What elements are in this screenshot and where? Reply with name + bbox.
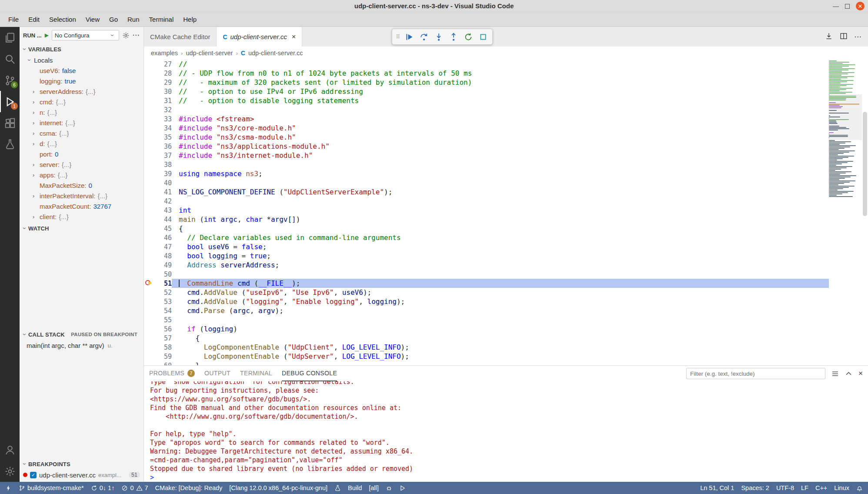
tab-problems[interactable]: PROBLEMS 7 bbox=[149, 366, 195, 381]
call-stack-section-header[interactable]: › CALL STACK PAUSED ON BREAKPOINT bbox=[20, 329, 144, 340]
variable-row[interactable]: ›cmd:{...} bbox=[20, 97, 144, 107]
glyph-margin[interactable] bbox=[144, 160, 155, 169]
code-line[interactable]: 38 bbox=[144, 160, 829, 169]
variable-row[interactable]: maxPacketCount:32767 bbox=[20, 201, 144, 211]
code-line[interactable]: 34#include "ns3/core-module.h" bbox=[144, 124, 829, 133]
glyph-margin[interactable] bbox=[144, 187, 155, 197]
code-line[interactable]: 33#include <fstream> bbox=[144, 114, 829, 124]
menu-item-terminal[interactable]: Terminal bbox=[144, 14, 179, 25]
cmake-target[interactable]: [all] bbox=[365, 482, 382, 494]
editor-scrollbar[interactable] bbox=[862, 60, 868, 365]
settings-gear-icon[interactable] bbox=[0, 461, 20, 482]
tab-output[interactable]: OUTPUT bbox=[204, 366, 230, 381]
code-line[interactable]: 59 LogComponentEnable ("UdpServer", LOG_… bbox=[144, 352, 829, 361]
menu-item-run[interactable]: Run bbox=[123, 14, 144, 25]
code-line[interactable]: 52 cmd.AddValue ("useIpv6", "Use Ipv6", … bbox=[144, 288, 829, 297]
glyph-margin[interactable] bbox=[144, 334, 155, 343]
code-line[interactable]: 35#include "ns3/csma-module.h" bbox=[144, 133, 829, 142]
run-and-debug-icon[interactable]: 1 bbox=[0, 91, 20, 112]
code-line[interactable]: 39using namespace ns3; bbox=[144, 169, 829, 178]
breakpoints-section-header[interactable]: › BREAKPOINTS bbox=[20, 458, 144, 470]
variable-row[interactable]: ›interPacketInterval:{...} bbox=[20, 190, 144, 201]
variable-row[interactable]: ›serverAddress:{...} bbox=[20, 86, 144, 97]
stack-frame[interactable]: main(int argc, char ** argv) u. bbox=[20, 340, 144, 350]
clear-console-icon[interactable] bbox=[831, 370, 839, 377]
split-editor-icon[interactable] bbox=[840, 32, 848, 42]
breadcrumb[interactable]: examples › udp-client-server › C udp-cli… bbox=[144, 47, 868, 60]
glyph-margin[interactable] bbox=[144, 233, 155, 242]
code-line[interactable]: 44main (int argc, char *argv[]) bbox=[144, 215, 829, 224]
notifications-bell[interactable] bbox=[853, 482, 866, 494]
run-code-icon[interactable] bbox=[825, 32, 833, 42]
code-line[interactable]: 40 bbox=[144, 178, 829, 187]
continue-button[interactable] bbox=[403, 30, 416, 43]
code-line[interactable]: 41NS_LOG_COMPONENT_DEFINE ("UdpClientSer… bbox=[144, 187, 829, 197]
extensions-icon[interactable] bbox=[0, 112, 20, 134]
stop-button[interactable] bbox=[477, 30, 490, 43]
search-icon[interactable] bbox=[0, 48, 20, 70]
variable-row[interactable]: ›n:{...} bbox=[20, 107, 144, 117]
git-branch[interactable]: buildsystem-cmake* bbox=[15, 482, 87, 494]
step-over-button[interactable] bbox=[417, 30, 431, 43]
debug-console-output[interactable]: Type "show configuration" for configurat… bbox=[144, 381, 868, 482]
glyph-margin[interactable] bbox=[144, 242, 155, 251]
tab-udp-client-server[interactable]: C udp-client-server.cc × bbox=[217, 27, 302, 47]
code-line[interactable]: 50 bbox=[144, 270, 829, 279]
variable-row[interactable]: logging:true bbox=[20, 76, 144, 86]
menu-item-edit[interactable]: Edit bbox=[23, 14, 44, 25]
glyph-margin[interactable] bbox=[144, 288, 155, 297]
code-editor[interactable]: 27//28// - UDP flow from n0 to n1 of 102… bbox=[144, 60, 868, 365]
restart-button[interactable] bbox=[462, 30, 475, 43]
glyph-margin[interactable] bbox=[144, 151, 155, 160]
code-line[interactable]: 46 // Declare variables used in command-… bbox=[144, 233, 829, 242]
code-line[interactable]: 47 bool useV6 = false; bbox=[144, 242, 829, 251]
code-line[interactable]: 37#include "ns3/internet-module.h" bbox=[144, 151, 829, 160]
sync-changes[interactable]: 0↓ 1↑ bbox=[87, 482, 118, 494]
code-line[interactable]: 29// - maximum of 320 packets sent (or l… bbox=[144, 78, 829, 87]
variable-row[interactable]: ›apps:{...} bbox=[20, 170, 144, 180]
maximize-panel-icon[interactable] bbox=[845, 370, 852, 377]
code-line[interactable]: 49 Address serverAddress; bbox=[144, 260, 829, 270]
variable-row[interactable]: port:0 bbox=[20, 149, 144, 159]
variable-row[interactable]: ›client:{...} bbox=[20, 211, 144, 222]
code-line[interactable]: 55 bbox=[144, 315, 829, 324]
code-line[interactable]: 53 cmd.AddValue ("logging", "Enable logg… bbox=[144, 297, 829, 306]
eol[interactable]: LF bbox=[798, 482, 812, 494]
close-panel-icon[interactable]: × bbox=[858, 369, 863, 378]
watch-section-header[interactable]: › WATCH bbox=[20, 223, 144, 234]
code-line[interactable]: 28// - UDP flow from n0 to n1 of 1024 by… bbox=[144, 69, 829, 78]
variable-row[interactable]: ›d:{...} bbox=[20, 138, 144, 149]
tab-close-icon[interactable]: × bbox=[292, 33, 296, 41]
code-line[interactable]: 32 bbox=[144, 105, 829, 114]
breadcrumb-file[interactable]: udp-client-server.cc bbox=[248, 50, 303, 57]
tab-cmake-cache-editor[interactable]: CMake Cache Editor bbox=[144, 27, 217, 47]
variable-row[interactable]: ›server:{...} bbox=[20, 159, 144, 170]
start-debug-icon[interactable]: ▶ bbox=[45, 32, 49, 38]
glyph-margin[interactable] bbox=[144, 260, 155, 270]
glyph-margin[interactable] bbox=[144, 124, 155, 133]
glyph-margin[interactable] bbox=[144, 142, 155, 151]
editor-more-actions-icon[interactable]: ··· bbox=[855, 33, 862, 40]
variable-row[interactable]: ›csma:{...} bbox=[20, 128, 144, 138]
account-icon[interactable] bbox=[0, 439, 20, 461]
debug-config-dropdown[interactable]: No Configura › bbox=[52, 30, 119, 40]
menu-item-view[interactable]: View bbox=[81, 14, 104, 25]
code-line[interactable]: 42 bbox=[144, 197, 829, 206]
variable-row[interactable]: useV6:false bbox=[20, 65, 144, 76]
step-into-button[interactable] bbox=[432, 30, 445, 43]
breakpoint-item[interactable]: ✓ udp-client-server.cc exampl... 51 bbox=[20, 470, 144, 480]
glyph-margin[interactable] bbox=[144, 251, 155, 260]
minimap-slider[interactable] bbox=[829, 94, 862, 140]
code-line[interactable]: 51 CommandLine cmd (__FILE__); bbox=[144, 279, 829, 288]
remote-indicator[interactable] bbox=[2, 482, 15, 494]
code-line[interactable]: 54 cmd.Parse (argc, argv); bbox=[144, 306, 829, 315]
ctest-status[interactable] bbox=[331, 482, 344, 494]
glyph-margin[interactable] bbox=[144, 352, 155, 361]
glyph-margin[interactable] bbox=[144, 224, 155, 233]
glyph-margin[interactable] bbox=[144, 178, 155, 187]
source-control-icon[interactable]: 6 bbox=[0, 70, 20, 91]
variable-row[interactable]: MaxPacketSize:0 bbox=[20, 180, 144, 190]
glyph-margin[interactable] bbox=[144, 60, 155, 69]
code-line[interactable]: 48 bool logging = true; bbox=[144, 251, 829, 260]
cmake-run-button[interactable] bbox=[396, 482, 409, 494]
